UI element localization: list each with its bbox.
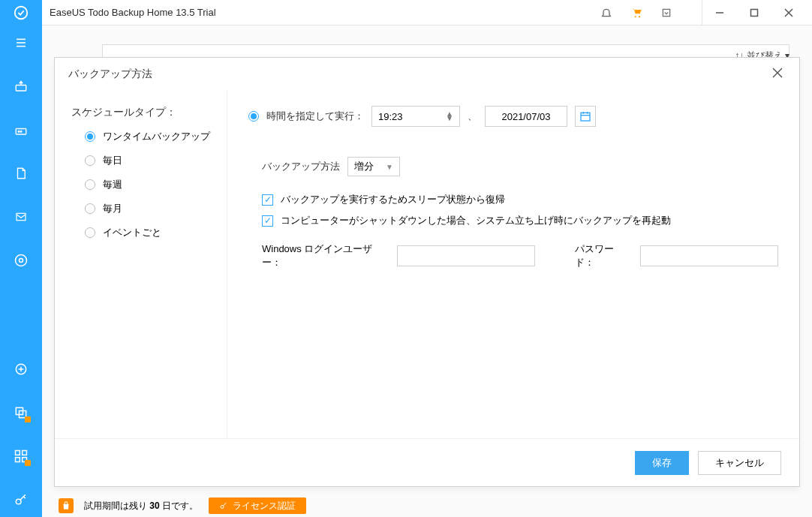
schedule-type-label: スケジュールタイプ： (71, 106, 218, 119)
svg-point-1 (635, 16, 636, 17)
dialog-body: スケジュールタイプ： ワンタイムバックアップ 毎日 毎週 毎月 イベントごと 時… (55, 91, 799, 438)
schedule-type-panel: スケジュールタイプ： ワンタイムバックアップ 毎日 毎週 毎月 イベントごと (55, 91, 227, 438)
activate-button[interactable]: ライセンス認証 (209, 497, 306, 514)
dialog-title: バックアップ方法 (68, 68, 152, 81)
bell-icon[interactable] (600, 6, 613, 20)
password-label: パスワード： (575, 242, 631, 269)
svg-rect-11 (16, 86, 26, 92)
key-icon (219, 501, 228, 510)
svg-point-25 (16, 499, 21, 504)
backup-method-select[interactable]: 増分 ▼ (347, 157, 400, 176)
time-execute-row: 時間を指定して実行： 19:23 ▲▼ 、 2021/07/03 (248, 106, 778, 127)
key-icon[interactable] (13, 491, 29, 508)
svg-rect-15 (17, 213, 26, 220)
restart-checkbox[interactable]: ✓ (262, 215, 273, 227)
app-title: EaseUS Todo Backup Home 13.5 Trial (50, 7, 216, 18)
svg-rect-28 (581, 113, 590, 121)
svg-point-0 (15, 6, 28, 19)
smart-backup-icon[interactable] (13, 252, 29, 269)
titlebar-left: EaseUS Todo Backup Home 13.5 Trial (0, 0, 600, 26)
svg-rect-23 (16, 458, 20, 462)
radio-icon (85, 227, 95, 238)
schedule-type-list: ワンタイムバックアップ 毎日 毎週 毎月 イベントごと (71, 130, 218, 239)
file-backup-icon[interactable] (13, 165, 29, 182)
cart-icon[interactable] (630, 6, 643, 20)
time-execute-label: 時間を指定して実行： (266, 110, 364, 123)
svg-point-16 (20, 259, 23, 263)
window-controls (702, 0, 806, 26)
schedule-daily-label: 毎日 (103, 154, 122, 167)
mail-backup-icon[interactable] (13, 209, 29, 225)
menu-icon[interactable] (13, 35, 29, 51)
svg-point-2 (639, 16, 640, 17)
dialog-footer: 保存 キャンセル (55, 438, 799, 486)
maximize-button[interactable] (737, 0, 771, 26)
svg-rect-3 (663, 9, 669, 16)
close-button[interactable] (771, 0, 806, 26)
restart-checkbox-label: コンピューターがシャットダウンした場合、システム立ち上げ時にバックアップを再起動 (281, 214, 671, 227)
minimize-button[interactable] (702, 0, 737, 26)
disk-backup-icon[interactable] (13, 78, 29, 95)
clone-icon[interactable] (13, 404, 29, 421)
schedule-event[interactable]: イベントごと (85, 226, 218, 239)
date-input[interactable]: 2021/07/03 (485, 106, 567, 127)
time-spinner-icon[interactable]: ▲▼ (446, 112, 453, 121)
sync-icon[interactable] (13, 361, 29, 377)
schedule-weekly-label: 毎週 (103, 178, 122, 191)
time-input[interactable]: 19:23 ▲▼ (371, 106, 460, 127)
save-button[interactable]: 保存 (635, 451, 689, 475)
backup-method-row: バックアップ方法 増分 ▼ (262, 157, 778, 176)
svg-point-14 (20, 131, 22, 132)
activate-label: ライセンス認証 (233, 500, 296, 512)
svg-rect-22 (23, 451, 27, 455)
schedule-monthly-label: 毎月 (103, 202, 122, 215)
app-logo (0, 0, 42, 26)
trial-text: 試用期間は残り 30 日です。 (84, 500, 198, 512)
radio-icon (85, 203, 95, 214)
svg-point-32 (221, 506, 224, 509)
trial-bar: 試用期間は残り 30 日です。 ライセンス認証 (59, 497, 306, 514)
bag-icon (59, 498, 74, 513)
schedule-daily[interactable]: 毎日 (85, 154, 218, 167)
date-separator: 、 (468, 110, 477, 123)
calendar-button[interactable] (575, 106, 596, 127)
sidebar (0, 26, 42, 517)
title-actions (600, 0, 806, 26)
time-value: 19:23 (378, 111, 403, 122)
close-icon[interactable] (769, 65, 786, 84)
backup-method-value: 増分 (354, 160, 374, 173)
password-input[interactable] (640, 245, 778, 266)
cancel-button[interactable]: キャンセル (698, 451, 781, 475)
radio-selected-icon (85, 131, 95, 142)
system-backup-icon[interactable] (13, 122, 29, 138)
titlebar: EaseUS Todo Backup Home 13.5 Trial (0, 0, 812, 26)
win-user-label: Windows ログインユーザー： (262, 242, 388, 269)
schedule-onetime-label: ワンタイムバックアップ (103, 130, 210, 143)
schedule-monthly[interactable]: 毎月 (85, 202, 218, 215)
chevron-down-icon: ▼ (386, 163, 393, 171)
wake-checkbox-row: ✓ バックアップを実行するためスリープ状態から復帰 (262, 193, 778, 206)
tools-icon[interactable] (13, 448, 29, 464)
wake-checkbox-label: バックアップを実行するためスリープ状態から復帰 (281, 193, 505, 206)
time-execute-radio[interactable] (248, 111, 259, 122)
svg-rect-5 (751, 9, 758, 16)
dropdown-icon[interactable] (660, 6, 673, 20)
dialog-header: バックアップ方法 (55, 58, 799, 91)
radio-icon (85, 179, 95, 190)
backup-method-label: バックアップ方法 (262, 160, 340, 173)
schedule-onetime[interactable]: ワンタイムバックアップ (85, 130, 218, 143)
win-user-input[interactable] (397, 245, 535, 266)
backup-method-dialog: バックアップ方法 スケジュールタイプ： ワンタイムバックアップ 毎日 毎週 毎月… (54, 57, 800, 487)
schedule-settings-panel: 時間を指定して実行： 19:23 ▲▼ 、 2021/07/03 バックアップ方… (227, 91, 799, 438)
schedule-weekly[interactable]: 毎週 (85, 178, 218, 191)
svg-rect-21 (16, 451, 20, 455)
svg-point-17 (16, 255, 27, 266)
wake-checkbox[interactable]: ✓ (262, 194, 273, 206)
schedule-event-label: イベントごと (103, 226, 161, 239)
svg-point-13 (18, 131, 20, 132)
main-area: ↑↓ 並び替え ▾ ▾ バックアップ方法 スケジュールタイプ： ワンタイムバック… (42, 26, 812, 517)
restart-checkbox-row: ✓ コンピューターがシャットダウンした場合、システム立ち上げ時にバックアップを再… (262, 214, 778, 227)
radio-icon (85, 155, 95, 166)
credentials-row: Windows ログインユーザー： パスワード： (262, 242, 778, 269)
